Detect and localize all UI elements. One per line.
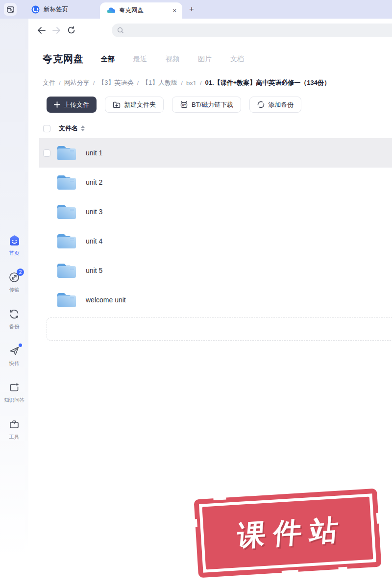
tab-doc[interactable]: 文档 [230,55,244,64]
breadcrumb-item[interactable]: 【1】人教版 [142,78,177,87]
sync-circle-icon [257,101,265,108]
folder-icon [56,262,77,279]
watermark-stamp: 课件站 [194,489,381,578]
toolbar: 上传文件 新建文件夹 BT BT/磁力链下载 [47,97,392,113]
tab-video[interactable]: 视频 [166,55,179,64]
add-backup-button[interactable]: 添加备份 [249,97,301,113]
upload-file-button[interactable]: 上传文件 [47,97,97,113]
tab-search-icon[interactable] [4,3,17,16]
folder-name[interactable]: unit 1 [86,149,102,157]
bt-magnet-download-button[interactable]: BT BT/磁力链下载 [172,97,241,113]
refresh-button[interactable] [64,26,78,34]
sidebar-label: 工具 [9,433,20,440]
breadcrumb-current: 01.【课件+教案】高中英语必修一（134份） [205,78,330,87]
file-row[interactable]: welcome unit [39,285,392,315]
transfer-icon: 2 [8,271,21,284]
folder-icon [56,174,77,191]
forward-button[interactable] [49,26,64,34]
drive-content: 夸克网盘 全部 最近 视频 图片 文档 文件 / 网站分享 / 【3】英语类 /… [28,42,392,588]
sidebar-item-quick-send[interactable]: 快传 [0,344,28,367]
file-list: 文件名 unit 1 unit 2 [39,119,392,315]
tab-label: 夸克网盘 [119,6,169,15]
file-row[interactable]: unit 1 [39,138,392,168]
plus-icon [54,101,60,108]
breadcrumb: 文件 / 网站分享 / 【3】英语类 / 【1】人教版 / bx1 / 01.【… [43,78,392,87]
quark-logo-icon [31,5,40,14]
back-button[interactable] [34,26,49,34]
new-tab-button[interactable]: + [186,4,197,15]
folder-name[interactable]: unit 3 [86,208,102,216]
sidebar-label: 传输 [9,286,20,293]
upload-dropzone[interactable] [47,318,392,341]
tab-all[interactable]: 全部 [101,55,115,64]
browser-nav-bar [28,19,392,42]
svg-text:BT: BT [182,104,186,107]
sidebar-label: 备份 [9,323,20,330]
column-header-filename: 文件名 [59,124,78,133]
folder-name[interactable]: unit 4 [86,237,102,245]
browser-tab-bar: 新标签页 夸克网盘 × + [0,0,392,19]
folder-name[interactable]: unit 5 [86,267,102,274]
breadcrumb-item[interactable]: 【3】英语类 [98,78,133,87]
folder-plus-icon [113,101,121,108]
cloud-drive-favicon [107,7,115,14]
page-title: 夸克网盘 [43,52,84,66]
sidebar-item-tools[interactable]: 工具 [0,418,28,441]
tab-image[interactable]: 图片 [198,55,212,64]
tab-new-page[interactable]: 新标签页 [24,0,75,19]
folder-name[interactable]: unit 2 [86,178,102,186]
row-checkbox[interactable] [43,149,50,157]
sort-icon[interactable] [81,125,85,131]
breadcrumb-separator: / [200,79,202,87]
toolbox-icon [8,418,21,431]
breadcrumb-separator: / [59,79,61,87]
sidebar-item-transfer[interactable]: 2 传输 [0,271,28,294]
breadcrumb-item[interactable]: bx1 [186,79,196,87]
file-list-header: 文件名 [39,119,392,138]
watermark-text: 课件站 [228,510,347,556]
select-all-checkbox[interactable] [43,125,50,132]
breadcrumb-separator: / [137,79,139,87]
folder-icon [56,145,77,161]
folder-name[interactable]: welcome unit [86,296,126,304]
folder-icon [56,233,77,249]
sidebar-item-home[interactable]: 首页 [0,234,28,257]
transfer-badge: 2 [17,269,24,276]
home-icon [8,234,21,247]
breadcrumb-item[interactable]: 网站分享 [64,78,90,87]
search-icon [117,27,124,34]
file-row[interactable]: unit 3 [39,197,392,226]
file-row[interactable]: unit 2 [39,168,392,197]
backup-sync-icon [8,308,21,320]
file-row[interactable]: unit 5 [39,256,392,285]
sidebar: 首页 2 传输 [0,19,28,588]
folder-icon [56,292,77,308]
sidebar-item-backup[interactable]: 备份 [0,308,28,330]
new-folder-button[interactable]: 新建文件夹 [105,97,164,113]
bt-icon: BT [180,101,188,108]
sidebar-label: 快传 [9,360,20,367]
tab-close-icon[interactable]: × [172,7,176,14]
paper-plane-icon [8,344,21,357]
knowledge-qa-icon [8,381,21,394]
folder-icon [56,203,77,220]
tab-label: 新标签页 [44,5,68,14]
sidebar-item-knowledge-qa[interactable]: 知识问答 [0,381,28,404]
breadcrumb-separator: / [93,79,95,87]
breadcrumb-separator: / [181,79,183,87]
sidebar-label: 首页 [9,249,20,256]
address-search-bar[interactable] [112,24,392,37]
file-row[interactable]: unit 4 [39,226,392,256]
tab-recent[interactable]: 最近 [133,55,147,64]
filter-tabs: 全部 最近 视频 图片 文档 [101,55,244,64]
breadcrumb-item[interactable]: 文件 [43,78,55,87]
notification-dot [19,343,22,347]
sidebar-label: 知识问答 [4,396,24,403]
tab-quark-drive[interactable]: 夸克网盘 × [100,2,182,19]
